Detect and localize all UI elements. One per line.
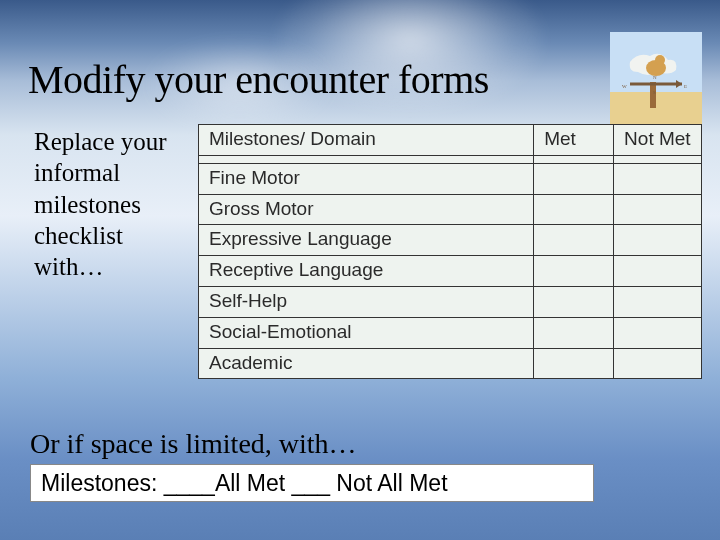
- inline-text: Milestones: ____All Met ___ Not All Met: [41, 470, 448, 497]
- milestones-table: Milestones/ Domain Met Not Met Fine Moto…: [198, 124, 702, 379]
- cell-notmet: [614, 194, 702, 225]
- cell-met: [534, 194, 614, 225]
- cell-notmet: [614, 317, 702, 348]
- cell-notmet: [614, 155, 702, 163]
- cell-met: [534, 225, 614, 256]
- table-row: Expressive Language: [199, 225, 702, 256]
- slide: Modify your encounter forms W N E S Repl…: [0, 0, 720, 540]
- cell-met: [534, 286, 614, 317]
- cell-domain: Social-Emotional: [199, 317, 534, 348]
- table-row: Gross Motor: [199, 194, 702, 225]
- cell-notmet: [614, 348, 702, 379]
- svg-text:W: W: [622, 84, 627, 89]
- cell-notmet: [614, 163, 702, 194]
- logo-image: W N E S: [610, 32, 702, 124]
- inline-milestones-box: Milestones: ____All Met ___ Not All Met: [30, 464, 594, 502]
- svg-point-3: [655, 55, 665, 65]
- cell-met: [534, 256, 614, 287]
- header-met: Met: [534, 125, 614, 156]
- table-row: Fine Motor: [199, 163, 702, 194]
- cell-notmet: [614, 256, 702, 287]
- cell-met: [534, 317, 614, 348]
- cell-domain: [199, 155, 534, 163]
- page-title: Modify your encounter forms: [28, 56, 489, 103]
- cell-domain: Self-Help: [199, 286, 534, 317]
- cell-met: [534, 155, 614, 163]
- table-row: Self-Help: [199, 286, 702, 317]
- subtitle-text: Or if space is limited, with…: [30, 428, 357, 460]
- table-row: [199, 155, 702, 163]
- cell-domain: Receptive Language: [199, 256, 534, 287]
- cell-domain: Expressive Language: [199, 225, 534, 256]
- intro-text: Replace your informal milestones checkli…: [34, 126, 194, 282]
- table-row: Social-Emotional: [199, 317, 702, 348]
- svg-text:N: N: [653, 75, 657, 80]
- header-domain: Milestones/ Domain: [199, 125, 534, 156]
- table-row: Academic: [199, 348, 702, 379]
- cell-domain: Academic: [199, 348, 534, 379]
- header-notmet: Not Met: [614, 125, 702, 156]
- cell-met: [534, 163, 614, 194]
- cell-domain: Gross Motor: [199, 194, 534, 225]
- table-header-row: Milestones/ Domain Met Not Met: [199, 125, 702, 156]
- svg-text:S: S: [653, 90, 656, 95]
- cell-met: [534, 348, 614, 379]
- cell-domain: Fine Motor: [199, 163, 534, 194]
- cell-notmet: [614, 286, 702, 317]
- table-row: Receptive Language: [199, 256, 702, 287]
- svg-text:E: E: [684, 84, 687, 89]
- cell-notmet: [614, 225, 702, 256]
